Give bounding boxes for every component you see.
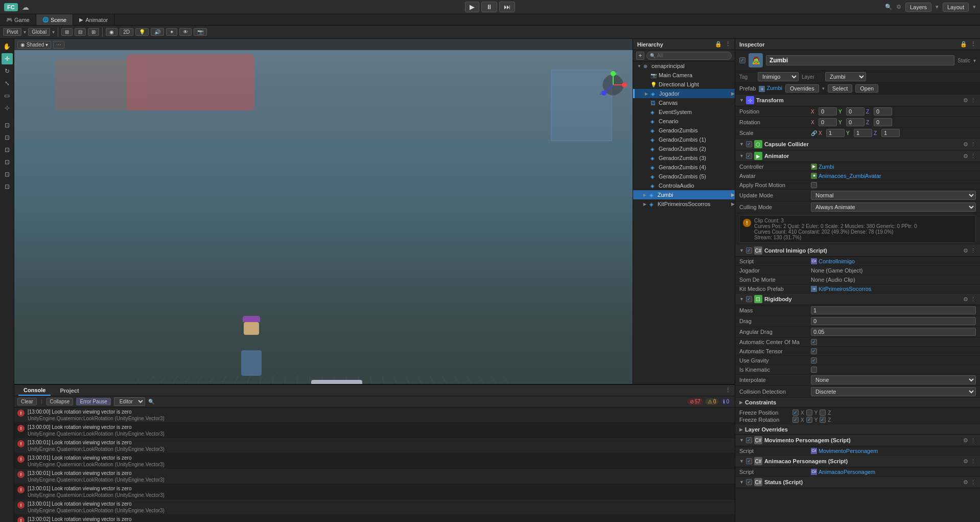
scene-options[interactable]: ⋯ bbox=[53, 41, 64, 49]
h-item-jogador[interactable]: ▶ ◈ Jogador ▶ bbox=[633, 89, 735, 98]
h-item-geradorzumbis4[interactable]: ◈ GeradorZumbis (4) bbox=[633, 163, 735, 172]
custom-tool-2[interactable]: ⊡ bbox=[2, 132, 13, 143]
open-button[interactable]: Open bbox=[855, 84, 878, 93]
control-script-header[interactable]: ▼ C# Control Inimigo (Script) ⚙ ⋮ bbox=[735, 245, 980, 257]
scene-gizmo[interactable]: X Y Z bbox=[598, 70, 628, 100]
prefab-link[interactable]: ◈ Zumbi bbox=[759, 85, 782, 92]
anim-settings-icon[interactable]: ⚙ bbox=[963, 458, 968, 465]
2d-button[interactable]: 2D bbox=[120, 28, 133, 36]
lighting-button[interactable]: 💡 bbox=[135, 28, 149, 36]
transform-tool[interactable]: ⊹ bbox=[2, 102, 13, 114]
scale-y-input[interactable] bbox=[854, 129, 872, 137]
constraints-header[interactable]: ▶ Constraints bbox=[735, 398, 980, 407]
scale-x-input[interactable] bbox=[826, 129, 845, 137]
custom-tool-5[interactable]: ⊡ bbox=[2, 169, 13, 180]
custom-tool-1[interactable]: ⊡ bbox=[2, 120, 13, 131]
is-kinematic-checkbox[interactable] bbox=[811, 367, 817, 373]
rb-settings-icon[interactable]: ⚙ bbox=[963, 296, 968, 303]
animacao-section-header[interactable]: ▼ C# Animacao Personagem (Script) ⚙ ⋮ bbox=[735, 456, 980, 467]
vertex-snap-button[interactable]: ⊞ bbox=[88, 28, 99, 36]
fc-logo[interactable]: FC bbox=[4, 3, 18, 11]
mov-more-icon[interactable]: ⋮ bbox=[970, 437, 976, 444]
h-item-eventsystem[interactable]: ◈ EventSystem bbox=[633, 107, 735, 117]
overrides-button[interactable]: Overrides bbox=[785, 84, 819, 93]
animator-settings-icon[interactable]: ⚙ bbox=[963, 153, 968, 160]
console-log-item[interactable]: ! [13:00:01] Look rotation viewing vecto… bbox=[14, 453, 735, 469]
render-dropdown[interactable]: ◉ Shaded ▾ bbox=[17, 41, 51, 49]
collider-enabled-checkbox[interactable] bbox=[746, 141, 752, 147]
culling-mode-dropdown[interactable]: Always Animate bbox=[811, 202, 976, 212]
render-mode-button[interactable]: ◉ bbox=[106, 28, 118, 36]
console-log-item[interactable]: ! [13:00:01] Look rotation viewing vecto… bbox=[14, 438, 735, 453]
h-item-canvas[interactable]: 🖼 Canvas bbox=[633, 98, 735, 107]
drag-input[interactable] bbox=[811, 317, 976, 325]
project-tab[interactable]: Project bbox=[55, 385, 84, 396]
h-item-geradorzumbis1[interactable]: ◈ GeradorZumbis (1) bbox=[633, 135, 735, 144]
h-item-zumbi[interactable]: ▶ ◈ Zumbi ▶ bbox=[633, 190, 735, 199]
custom-tool-3[interactable]: ⊡ bbox=[2, 144, 13, 155]
scale-lock-icon[interactable]: 🔗 bbox=[811, 130, 817, 136]
active-checkbox[interactable] bbox=[739, 57, 745, 63]
auto-center-checkbox[interactable] bbox=[811, 339, 817, 345]
update-mode-dropdown[interactable]: Normal bbox=[811, 191, 976, 200]
object-name-input[interactable] bbox=[766, 55, 954, 65]
transform-section-header[interactable]: ▼ ⊹ Transform ⚙ ⋮ bbox=[735, 95, 980, 106]
console-log-item[interactable]: ! [13:00:00] Look rotation viewing vecto… bbox=[14, 423, 735, 438]
h-item-geradorzumbis2[interactable]: ◈ GeradorZumbis (2) bbox=[633, 144, 735, 153]
custom-tool-4[interactable]: ⊡ bbox=[2, 156, 13, 168]
h-item-dirlight[interactable]: 💡 Directional Light bbox=[633, 80, 735, 89]
pos-z-input[interactable] bbox=[874, 107, 892, 116]
use-gravity-checkbox[interactable] bbox=[811, 357, 817, 364]
collider-section-header[interactable]: ▼ ⬡ Capsule Collider ⚙ ⋮ bbox=[735, 139, 980, 150]
freeze-rot-z-checkbox[interactable] bbox=[820, 417, 826, 423]
collider-more-icon[interactable]: ⋮ bbox=[970, 141, 976, 148]
hierarchy-lock-icon[interactable]: 🔒 bbox=[715, 41, 722, 48]
hierarchy-add-button[interactable]: + bbox=[636, 52, 644, 60]
h-item-geradorzumbis[interactable]: ◈ GeradorZumbis bbox=[633, 126, 735, 135]
status-section-header[interactable]: ▼ C# Status (Script) ⚙ ⋮ bbox=[735, 476, 980, 488]
layers-button[interactable]: Layers bbox=[905, 3, 931, 12]
apply-root-checkbox[interactable] bbox=[811, 182, 817, 188]
h-item-controla-audio[interactable]: ◈ ControlaAudio bbox=[633, 181, 735, 190]
anim-enabled-checkbox[interactable] bbox=[746, 458, 752, 464]
pos-y-input[interactable] bbox=[846, 107, 865, 116]
h-item-geradorzumbis5[interactable]: ◈ GeradorZumbis (5) bbox=[633, 172, 735, 181]
rot-z-input[interactable] bbox=[874, 118, 892, 126]
console-log-item[interactable]: ! [13:00:01] Look rotation viewing vecto… bbox=[14, 469, 735, 484]
movimento-section-header[interactable]: ▼ C# Movimento Personagem (Script) ⚙ ⋮ bbox=[735, 435, 980, 446]
hierarchy-more-icon[interactable]: ⋮ bbox=[725, 41, 731, 48]
ctrl-settings-icon[interactable]: ⚙ bbox=[963, 247, 968, 254]
h-item-cenaprincipal[interactable]: ▼ ⊕ cenaprincipal bbox=[633, 61, 735, 71]
console-header-more[interactable]: ⋮ bbox=[725, 387, 731, 394]
status-settings-icon[interactable]: ⚙ bbox=[963, 479, 968, 486]
animator-enabled-checkbox[interactable] bbox=[746, 153, 752, 159]
rigidbody-section-header[interactable]: ▼ ⚀ Rigidbody ⚙ ⋮ bbox=[735, 293, 980, 305]
rot-y-input[interactable] bbox=[846, 118, 865, 126]
console-log-item[interactable]: ! [13:00:01] Look rotation viewing vecto… bbox=[14, 500, 735, 515]
console-log-item[interactable]: ! [13:00:02] Look rotation viewing vecto… bbox=[14, 515, 735, 522]
console-log-item[interactable]: ! [13:00:01] Look rotation viewing vecto… bbox=[14, 484, 735, 500]
editor-dropdown[interactable]: Editor bbox=[114, 397, 145, 406]
mov-enabled-checkbox[interactable] bbox=[746, 437, 752, 443]
move-tool[interactable]: ✛ bbox=[2, 53, 13, 64]
rb-more-icon[interactable]: ⋮ bbox=[970, 296, 976, 303]
camera-button[interactable]: 📷 bbox=[194, 28, 207, 36]
scale-z-input[interactable] bbox=[881, 129, 900, 137]
error-count[interactable]: ⊘ 57 bbox=[687, 398, 703, 405]
ctrl-enabled-checkbox[interactable] bbox=[746, 247, 752, 254]
animator-section-header[interactable]: ▼ ▶ Animator ⚙ ⋮ bbox=[735, 150, 980, 162]
freeze-pos-z-checkbox[interactable] bbox=[820, 410, 826, 416]
console-tab[interactable]: Console bbox=[18, 385, 51, 396]
status-enabled-checkbox[interactable] bbox=[746, 479, 752, 485]
gizmos-button[interactable]: 👁 bbox=[179, 28, 192, 36]
grid-snap-button[interactable]: ⊟ bbox=[75, 28, 86, 36]
layer-overrides-header[interactable]: ▶ Layer Overrides bbox=[735, 425, 980, 435]
freeze-rot-y-checkbox[interactable] bbox=[806, 417, 812, 423]
rotate-tool[interactable]: ↻ bbox=[2, 65, 13, 77]
mov-settings-icon[interactable]: ⚙ bbox=[963, 437, 968, 444]
step-button[interactable]: ⏭ bbox=[499, 2, 515, 12]
custom-tool-6[interactable]: ⊡ bbox=[2, 181, 13, 192]
hierarchy-search[interactable]: 🔍 All bbox=[646, 52, 732, 60]
inspector-more-icon[interactable]: ⋮ bbox=[970, 41, 976, 48]
mass-input[interactable] bbox=[811, 306, 976, 314]
